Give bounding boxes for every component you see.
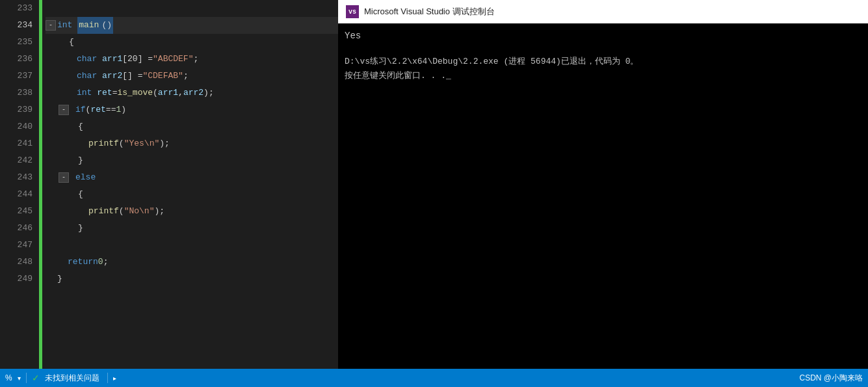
code-line-237: char arr2 [] = "CDEFAB" ; — [46, 68, 338, 85]
code-line-238: int ret = is_move ( arr1 , arr2 ); — [46, 85, 338, 101]
ln-249: 249 — [0, 271, 33, 287]
console-body[interactable]: Yes D:\vs练习\2.2\x64\Debug\2.2.exe (进程 56… — [338, 23, 868, 369]
no-issues-label[interactable]: 未找到相关问题 — [45, 373, 99, 384]
code-line-236: char arr1 [20] = "ABCDEF" ; — [46, 51, 338, 68]
code-line-235: { — [46, 34, 338, 51]
line-numbers: 233 234 235 236 237 238 239 240 241 242 … — [0, 0, 39, 369]
cursor: _ — [446, 71, 451, 81]
ln-246: 246 — [0, 220, 33, 237]
ln-248: 248 — [0, 254, 33, 271]
ln-245: 245 — [0, 203, 33, 220]
ln-244: 244 — [0, 186, 33, 203]
status-bar: % ▾ ✓ 未找到相关问题 ▸ CSDN @小陶来咯 — [0, 369, 868, 387]
code-line-241: printf ( "Yes\n" ); — [46, 135, 338, 152]
code-editor: 233 234 235 236 237 238 239 240 241 242 … — [0, 0, 338, 369]
code-line-244: { — [46, 186, 338, 203]
vs-icon: vs — [346, 5, 359, 18]
console-output-yes: Yes — [345, 29, 861, 43]
collapse-icon-243[interactable]: - — [59, 172, 69, 183]
debug-console: vs Microsoft Visual Studio 调试控制台 Yes D:\… — [338, 0, 868, 369]
main-area: 233 234 235 236 237 238 239 240 241 242 … — [0, 0, 868, 369]
ln-235: 235 — [0, 34, 33, 51]
code-line-233 — [46, 0, 338, 17]
ln-236: 236 — [0, 51, 33, 68]
watermark: CSDN @小陶来咯 — [799, 373, 863, 384]
ln-242: 242 — [0, 152, 33, 169]
code-content: 233 234 235 236 237 238 239 240 241 242 … — [0, 0, 338, 369]
code-line-240: { — [46, 118, 338, 135]
code-line-248: return 0 ; — [46, 254, 338, 271]
ln-243: 243 — [0, 169, 33, 186]
code-line-234: - int main () — [46, 17, 338, 34]
code-line-239: - if ( ret == 1 ) — [46, 101, 338, 118]
code-line-245: printf ( "No\n" ); — [46, 203, 338, 220]
divider — [26, 373, 27, 383]
code-line-242: } — [46, 152, 338, 169]
console-output-path: D:\vs练习\2.2\x64\Debug\2.2.exe (进程 56944)… — [345, 55, 861, 69]
console-title: Microsoft Visual Studio 调试控制台 — [364, 6, 495, 18]
code-line-249: } — [46, 271, 338, 287]
ln-237: 237 — [0, 68, 33, 85]
ln-238: 238 — [0, 85, 33, 101]
status-left: % ▾ ✓ 未找到相关问题 ▸ — [5, 373, 791, 384]
nav-arrow[interactable]: ▸ — [113, 375, 116, 382]
ln-240: 240 — [0, 118, 33, 135]
console-titlebar: vs Microsoft Visual Studio 调试控制台 — [338, 0, 868, 23]
collapse-icon-234[interactable]: - — [46, 20, 56, 31]
collapse-icon-239[interactable]: - — [59, 105, 69, 115]
console-output-hint: 按任意键关闭此窗口. . ._ — [345, 69, 861, 83]
zoom-arrow[interactable]: ▾ — [18, 375, 21, 382]
divider2 — [107, 373, 108, 383]
zoom-percent[interactable]: % — [5, 373, 12, 382]
ln-234: 234 — [0, 17, 33, 34]
code-line-246: } — [46, 220, 338, 237]
code-line-247 — [46, 237, 338, 254]
ln-247: 247 — [0, 237, 33, 254]
code-line-243: - else — [46, 169, 338, 186]
ln-233: 233 — [0, 0, 33, 17]
status-check-icon: ✓ — [32, 373, 40, 383]
code-lines: - int main () { char — [39, 0, 338, 369]
green-indicator-bar — [39, 0, 42, 369]
ln-241: 241 — [0, 135, 33, 152]
ln-239: 239 — [0, 101, 33, 118]
